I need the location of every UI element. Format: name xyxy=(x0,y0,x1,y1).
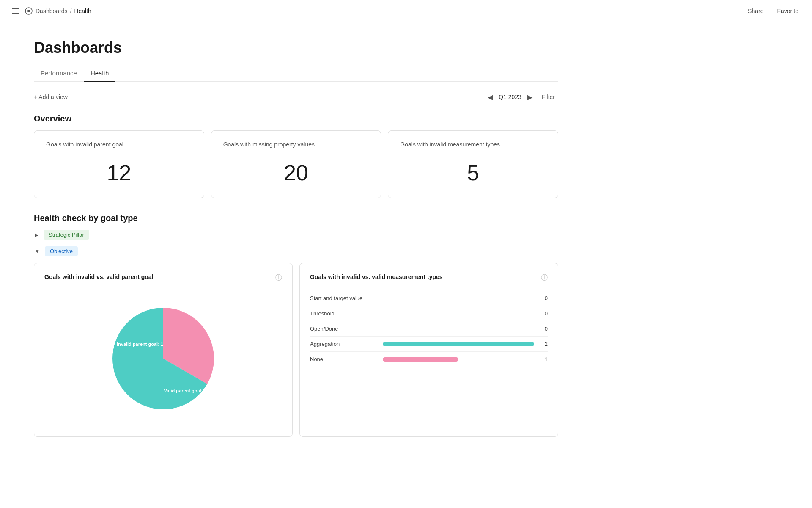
nav-right: Share Favorite xyxy=(744,6,802,16)
svg-text:Valid parent goal: 2: Valid parent goal: 2 xyxy=(164,388,207,393)
objective-expand-button[interactable]: ▼ xyxy=(34,248,41,255)
tabs: Performance Health xyxy=(34,65,558,82)
pie-chart-panel: Goals with invalid vs. valid parent goal… xyxy=(34,263,293,437)
card-label-2: Goals with invalid measurement types xyxy=(400,141,546,148)
pie-chart-header: Goals with invalid vs. valid parent goal… xyxy=(44,273,282,282)
metric-row-4: None 1 xyxy=(310,352,548,367)
metric-value-3: 2 xyxy=(539,341,548,347)
toolbar: + Add a view ◀ Q1 2023 ▶ Filter xyxy=(34,92,558,102)
breadcrumb: Dashboards / Health xyxy=(25,7,91,15)
overview-cards: Goals with invalid parent goal 12 Goals … xyxy=(34,130,558,198)
tab-health[interactable]: Health xyxy=(84,65,115,82)
pie-chart-container: Invalid parent goal: 1 Valid parent goal… xyxy=(44,291,282,426)
main-content: Dashboards Performance Health + Add a vi… xyxy=(0,22,592,464)
filter-button[interactable]: Filter xyxy=(538,92,558,102)
objective-row: ▼ Objective xyxy=(34,246,558,256)
card-label-0: Goals with invalid parent goal xyxy=(46,141,192,148)
metrics-table: Start and target value 0 Threshold 0 Ope… xyxy=(310,291,548,367)
card-label-1: Goals with missing property values xyxy=(223,141,369,148)
quarter-label: Q1 2023 xyxy=(499,94,521,100)
metric-row-1: Threshold 0 xyxy=(310,306,548,321)
card-value-1: 20 xyxy=(223,158,369,188)
tab-performance[interactable]: Performance xyxy=(34,65,84,82)
overview-title: Overview xyxy=(34,114,558,124)
metric-bar-container-3 xyxy=(383,342,534,346)
strategic-pillar-row: ▶ Strategic Pillar xyxy=(34,230,558,240)
metric-label-4: None xyxy=(310,356,378,362)
metric-bar-4 xyxy=(383,357,458,362)
health-check-section: Health check by goal type ▶ Strategic Pi… xyxy=(34,213,558,437)
pie-info-icon[interactable]: ⓘ xyxy=(275,273,282,282)
nav-left: Dashboards / Health xyxy=(10,6,91,16)
pie-chart-title: Goals with invalid vs. valid parent goal xyxy=(44,273,154,280)
strategic-tag[interactable]: Strategic Pillar xyxy=(44,230,89,240)
metric-label-0: Start and target value xyxy=(310,295,378,301)
card-value-0: 12 xyxy=(46,158,192,188)
metric-row-0: Start and target value 0 xyxy=(310,291,548,306)
metric-bar-3 xyxy=(383,342,534,346)
menu-icon[interactable] xyxy=(10,6,21,16)
breadcrumb-current: Health xyxy=(74,8,91,14)
metric-row-2: Open/Done 0 xyxy=(310,321,548,337)
chart-panels: Goals with invalid vs. valid parent goal… xyxy=(34,263,558,437)
add-view-button[interactable]: + Add a view xyxy=(34,94,68,100)
breadcrumb-home[interactable]: Dashboards xyxy=(36,8,68,14)
bar-chart-title: Goals with invalid vs. valid measurement… xyxy=(310,273,443,280)
metric-label-2: Open/Done xyxy=(310,326,378,332)
metric-label-3: Aggregation xyxy=(310,341,378,347)
metric-bar-container-4 xyxy=(383,357,534,362)
share-button[interactable]: Share xyxy=(744,6,767,16)
overview-section: Overview Goals with invalid parent goal … xyxy=(34,114,558,198)
breadcrumb-separator: / xyxy=(70,8,72,14)
svg-text:Invalid parent goal: 1: Invalid parent goal: 1 xyxy=(117,342,163,347)
metric-value-4: 1 xyxy=(539,356,548,362)
metric-value-2: 0 xyxy=(539,326,548,332)
toolbar-right: ◀ Q1 2023 ▶ Filter xyxy=(485,92,558,102)
svg-point-1 xyxy=(27,10,30,12)
favorite-button[interactable]: Favorite xyxy=(774,6,802,16)
pie-chart-svg: Invalid parent goal: 1 Valid parent goal… xyxy=(104,299,222,418)
quarter-nav: ◀ Q1 2023 ▶ xyxy=(485,92,535,102)
dashboard-icon xyxy=(25,7,33,15)
metric-value-1: 0 xyxy=(539,310,548,317)
metric-row-3: Aggregation 2 xyxy=(310,337,548,352)
metric-bar-container-2 xyxy=(383,327,534,331)
prev-quarter-button[interactable]: ◀ xyxy=(485,92,495,102)
health-check-title: Health check by goal type xyxy=(34,213,558,223)
metric-bar-container-1 xyxy=(383,312,534,316)
metric-value-0: 0 xyxy=(539,295,548,301)
bar-chart-header: Goals with invalid vs. valid measurement… xyxy=(310,273,548,282)
top-nav: Dashboards / Health Share Favorite xyxy=(0,0,812,22)
card-invalid-measurement: Goals with invalid measurement types 5 xyxy=(388,130,558,198)
card-missing-property: Goals with missing property values 20 xyxy=(211,130,381,198)
bar-info-icon[interactable]: ⓘ xyxy=(541,273,548,282)
next-quarter-button[interactable]: ▶ xyxy=(525,92,535,102)
objective-tag[interactable]: Objective xyxy=(45,246,78,256)
card-value-2: 5 xyxy=(400,158,546,188)
metric-label-1: Threshold xyxy=(310,310,378,317)
page-title: Dashboards xyxy=(34,39,558,57)
card-invalid-parent: Goals with invalid parent goal 12 xyxy=(34,130,204,198)
bar-chart-panel: Goals with invalid vs. valid measurement… xyxy=(299,263,558,437)
strategic-expand-button[interactable]: ▶ xyxy=(34,231,39,239)
metric-bar-container-0 xyxy=(383,296,534,301)
